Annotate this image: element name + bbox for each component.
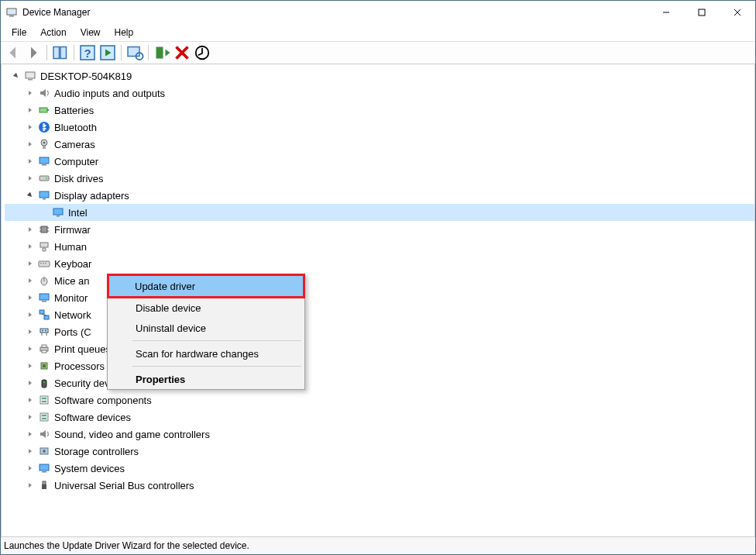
svg-rect-20 xyxy=(40,108,47,112)
svg-rect-67 xyxy=(42,418,46,419)
expander-closed-icon[interactable] xyxy=(25,480,36,491)
help-button[interactable]: ? xyxy=(78,43,97,62)
cpu-icon xyxy=(37,359,51,373)
category-firmware[interactable]: Firmwar xyxy=(5,221,754,238)
display-adapter-icon xyxy=(37,188,51,202)
expander-closed-icon[interactable] xyxy=(25,224,36,235)
expander-closed-icon[interactable] xyxy=(25,326,36,337)
expander-closed-icon[interactable] xyxy=(25,258,36,269)
disable-button[interactable] xyxy=(193,43,211,62)
category-label: Ports (C xyxy=(54,326,91,338)
maximize-button[interactable] xyxy=(684,1,720,24)
svg-rect-30 xyxy=(40,191,49,198)
system-icon xyxy=(37,461,51,475)
network-icon xyxy=(37,308,51,322)
svg-point-24 xyxy=(43,142,46,144)
expander-open-icon[interactable] xyxy=(11,71,22,81)
expander-closed-icon[interactable] xyxy=(25,173,36,184)
category-cameras[interactable]: Cameras xyxy=(5,136,754,153)
expander-closed-icon[interactable] xyxy=(25,309,36,320)
expander-open-icon[interactable] xyxy=(25,190,36,201)
category-label: Computer xyxy=(54,156,98,167)
expander-closed-icon[interactable] xyxy=(25,156,36,167)
expander-closed-icon[interactable] xyxy=(25,446,36,457)
category-computer[interactable]: Computer xyxy=(5,153,754,170)
context-scan-hardware[interactable]: Scan for hardware changes xyxy=(108,343,304,364)
svg-rect-28 xyxy=(40,176,49,181)
scan-hardware-button[interactable] xyxy=(125,43,144,62)
show-hide-button[interactable] xyxy=(51,43,70,62)
expander-closed-icon[interactable] xyxy=(25,360,36,371)
minimize-button[interactable] xyxy=(648,1,684,24)
context-uninstall-device[interactable]: Uninstall device xyxy=(108,318,304,338)
expander-closed-icon[interactable] xyxy=(25,343,36,354)
close-button[interactable] xyxy=(720,1,755,24)
svg-rect-19 xyxy=(28,79,33,81)
expander-closed-icon[interactable] xyxy=(25,275,36,286)
category-batteries[interactable]: Batteries xyxy=(5,102,754,119)
svg-rect-26 xyxy=(40,157,49,164)
device-tree[interactable]: DESKTOP-504K819 Audio inputs and outputs… xyxy=(1,64,755,536)
context-properties[interactable]: Properties xyxy=(108,369,304,389)
expander-closed-icon[interactable] xyxy=(25,241,36,252)
svg-rect-2 xyxy=(8,9,15,14)
tree-root[interactable]: DESKTOP-504K819 xyxy=(5,67,754,84)
expander-closed-icon[interactable] xyxy=(25,105,36,115)
menu-file[interactable]: File xyxy=(5,26,33,40)
category-hid[interactable]: Human xyxy=(5,238,754,255)
back-button[interactable] xyxy=(4,43,22,62)
category-label: Processors xyxy=(54,360,105,372)
action-button[interactable] xyxy=(98,43,117,62)
software-icon xyxy=(37,393,51,407)
menu-action[interactable]: Action xyxy=(34,26,72,40)
category-label: Monitor xyxy=(54,292,88,304)
device-label: Intel xyxy=(68,207,88,219)
category-audio[interactable]: Audio inputs and outputs xyxy=(5,84,754,102)
expander-closed-icon[interactable] xyxy=(25,122,36,133)
svg-rect-56 xyxy=(42,345,46,347)
expander-closed-icon[interactable] xyxy=(25,412,36,422)
svg-rect-52 xyxy=(40,329,48,333)
disk-icon xyxy=(37,171,51,185)
hid-icon xyxy=(37,240,51,253)
expander-closed-icon[interactable] xyxy=(25,463,36,474)
category-label: Software components xyxy=(54,395,152,406)
category-label: Cameras xyxy=(54,139,95,150)
category-label: Network xyxy=(54,309,91,321)
category-label: Batteries xyxy=(54,105,94,116)
svg-rect-59 xyxy=(43,364,46,367)
category-softdev[interactable]: Software devices xyxy=(5,408,754,426)
category-sound[interactable]: Sound, video and game controllers xyxy=(5,426,754,443)
category-softcomp[interactable]: Software components xyxy=(5,391,754,408)
app-icon xyxy=(5,6,18,19)
tree-root-label: DESKTOP-504K819 xyxy=(40,71,132,82)
context-disable-device[interactable]: Disable device xyxy=(108,298,304,318)
category-disk[interactable]: Disk drives xyxy=(5,170,754,187)
toolbar: ? xyxy=(1,42,755,64)
expander-closed-icon[interactable] xyxy=(25,88,36,98)
monitor-icon xyxy=(37,291,51,305)
expander-closed-icon[interactable] xyxy=(25,377,36,388)
menu-view[interactable]: View xyxy=(74,26,107,40)
category-display[interactable]: Display adapters xyxy=(5,187,754,204)
expander-closed-icon[interactable] xyxy=(25,292,36,303)
expander-closed-icon[interactable] xyxy=(25,139,36,150)
device-intel-uhd[interactable]: Intel xyxy=(5,204,754,221)
menu-help[interactable]: Help xyxy=(108,26,140,40)
category-keyboards[interactable]: Keyboar xyxy=(5,255,754,272)
expander-closed-icon[interactable] xyxy=(25,429,36,440)
forward-button[interactable] xyxy=(24,43,43,62)
category-bluetooth[interactable]: Bluetooth xyxy=(5,119,754,136)
software-icon xyxy=(37,410,51,424)
context-item-label: Disable device xyxy=(136,302,201,314)
expander-closed-icon[interactable] xyxy=(25,395,36,405)
context-update-driver[interactable]: Update driver xyxy=(107,274,305,298)
category-usb[interactable]: Universal Serial Bus controllers xyxy=(5,477,754,494)
update-driver-button[interactable] xyxy=(153,43,171,62)
category-storage[interactable]: Storage controllers xyxy=(5,443,754,460)
svg-rect-66 xyxy=(42,415,46,416)
svg-rect-14 xyxy=(156,47,163,59)
sound-icon xyxy=(37,427,51,441)
category-system[interactable]: System devices xyxy=(5,460,754,477)
uninstall-button[interactable] xyxy=(173,43,191,62)
